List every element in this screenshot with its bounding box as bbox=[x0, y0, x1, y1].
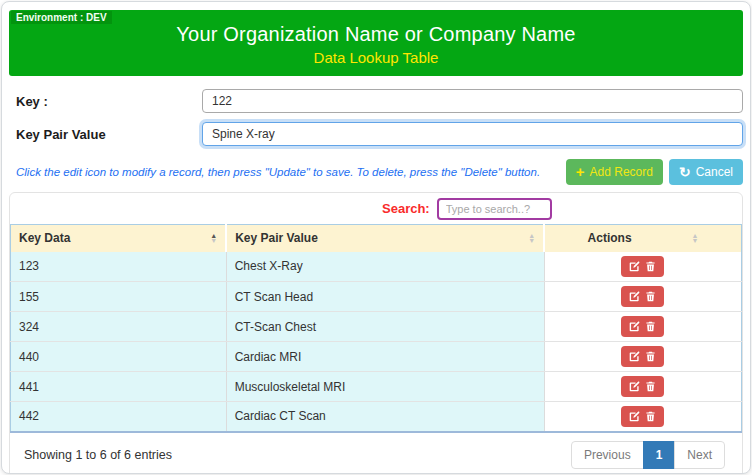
key-label: Key : bbox=[9, 94, 202, 109]
trash-icon[interactable] bbox=[645, 381, 656, 392]
pagination: Previous 1 Next bbox=[571, 441, 725, 469]
cell-key: 441 bbox=[11, 372, 227, 402]
cell-value: Musculoskeletal MRI bbox=[226, 372, 544, 402]
edit-delete-button[interactable] bbox=[621, 286, 664, 307]
table-card: Search: Key Data ▲ ▼ bbox=[9, 192, 743, 474]
edit-icon[interactable] bbox=[629, 381, 640, 392]
cell-actions bbox=[544, 252, 741, 282]
action-row: Click the edit icon to modify a record, … bbox=[9, 159, 743, 185]
search-label: Search: bbox=[382, 201, 430, 216]
table-footer: Showing 1 to 6 of 6 entries Previous 1 N… bbox=[10, 433, 742, 475]
edit-delete-button[interactable] bbox=[621, 316, 664, 337]
cell-key: 440 bbox=[11, 342, 227, 372]
add-record-button[interactable]: + Add Record bbox=[566, 159, 663, 185]
sort-icon: ▲ ▼ bbox=[692, 233, 699, 243]
edit-icon[interactable] bbox=[629, 261, 640, 272]
edit-delete-button[interactable] bbox=[621, 346, 664, 367]
column-header-key-data[interactable]: Key Data ▲ ▼ bbox=[11, 225, 227, 252]
table-row: 123 Chest X-Ray bbox=[11, 252, 742, 282]
table-row: 440 Cardiac MRI bbox=[11, 342, 742, 372]
pagination-previous[interactable]: Previous bbox=[571, 441, 644, 469]
table-row: 155 CT Scan Head bbox=[11, 282, 742, 312]
column-header-actions-label: Actions bbox=[588, 231, 632, 245]
cell-value: CT Scan Head bbox=[226, 282, 544, 312]
cancel-label: Cancel bbox=[696, 165, 733, 179]
environment-badge: Environment : DEV bbox=[11, 11, 112, 24]
edit-icon[interactable] bbox=[629, 291, 640, 302]
edit-delete-button[interactable] bbox=[621, 256, 664, 277]
plus-icon: + bbox=[576, 167, 585, 177]
key-pair-label: Key Pair Value bbox=[9, 127, 202, 142]
sort-desc-icon: ▼ bbox=[692, 238, 699, 243]
cell-actions bbox=[544, 312, 741, 342]
key-row: Key : bbox=[9, 89, 743, 113]
instruction-text: Click the edit icon to modify a record, … bbox=[9, 166, 540, 178]
table-body: 123 Chest X-Ray bbox=[11, 252, 742, 432]
table-header-row: Key Data ▲ ▼ Key Pair Value ▲ bbox=[11, 225, 742, 252]
cell-actions bbox=[544, 372, 741, 402]
cancel-button[interactable]: ↻ Cancel bbox=[669, 159, 743, 185]
cell-key: 123 bbox=[11, 252, 227, 282]
column-header-key-pair-value[interactable]: Key Pair Value ▲ ▼ bbox=[226, 225, 544, 252]
cell-actions bbox=[544, 402, 741, 432]
cell-value: Chest X-Ray bbox=[226, 252, 544, 282]
cell-actions bbox=[544, 342, 741, 372]
sort-desc-icon: ▼ bbox=[528, 238, 535, 243]
edit-delete-button[interactable] bbox=[621, 406, 664, 427]
add-record-label: Add Record bbox=[590, 165, 653, 179]
app-window: Environment : DEV Your Organization Name… bbox=[1, 1, 751, 474]
cell-value: Cardiac MRI bbox=[226, 342, 544, 372]
table-row: 441 Musculoskeletal MRI bbox=[11, 372, 742, 402]
trash-icon[interactable] bbox=[645, 321, 656, 332]
table-row: 442 Cardiac CT Scan bbox=[11, 402, 742, 432]
trash-icon[interactable] bbox=[645, 411, 656, 422]
cell-key: 155 bbox=[11, 282, 227, 312]
key-pair-row: Key Pair Value bbox=[9, 122, 743, 146]
banner: Environment : DEV Your Organization Name… bbox=[9, 10, 743, 76]
pagination-next[interactable]: Next bbox=[674, 441, 725, 469]
trash-icon[interactable] bbox=[645, 261, 656, 272]
cell-value: Cardiac CT Scan bbox=[226, 402, 544, 432]
trash-icon[interactable] bbox=[645, 351, 656, 362]
pagination-page-1[interactable]: 1 bbox=[643, 441, 676, 469]
edit-icon[interactable] bbox=[629, 351, 640, 362]
table-row: 324 CT-Scan Chest bbox=[11, 312, 742, 342]
entries-info: Showing 1 to 6 of 6 entries bbox=[17, 448, 172, 462]
search-inner: Search: bbox=[382, 198, 552, 220]
page-subtitle: Data Lookup Table bbox=[9, 49, 743, 66]
sort-icon: ▲ ▼ bbox=[210, 233, 217, 243]
column-header-key-data-label: Key Data bbox=[19, 231, 70, 245]
button-group: + Add Record ↻ Cancel bbox=[566, 159, 743, 185]
edit-icon[interactable] bbox=[629, 321, 640, 332]
search-input[interactable] bbox=[437, 198, 552, 220]
edit-delete-button[interactable] bbox=[621, 376, 664, 397]
page-title: Your Organization Name or Company Name bbox=[9, 10, 743, 46]
lookup-table: Key Data ▲ ▼ Key Pair Value ▲ bbox=[10, 224, 742, 433]
form-area: Key : Key Pair Value bbox=[9, 89, 743, 146]
key-pair-value-input[interactable] bbox=[202, 122, 743, 146]
edit-icon[interactable] bbox=[629, 411, 640, 422]
sort-desc-icon: ▼ bbox=[210, 238, 217, 243]
cell-actions bbox=[544, 282, 741, 312]
cell-key: 324 bbox=[11, 312, 227, 342]
search-row: Search: bbox=[10, 193, 742, 224]
key-input[interactable] bbox=[202, 89, 743, 113]
column-header-key-pair-value-label: Key Pair Value bbox=[235, 231, 318, 245]
cell-key: 442 bbox=[11, 402, 227, 432]
trash-icon[interactable] bbox=[645, 291, 656, 302]
refresh-icon: ↻ bbox=[679, 167, 691, 177]
column-header-actions[interactable]: Actions ▲ ▼ bbox=[544, 225, 741, 252]
sort-icon: ▲ ▼ bbox=[528, 233, 535, 243]
cell-value: CT-Scan Chest bbox=[226, 312, 544, 342]
